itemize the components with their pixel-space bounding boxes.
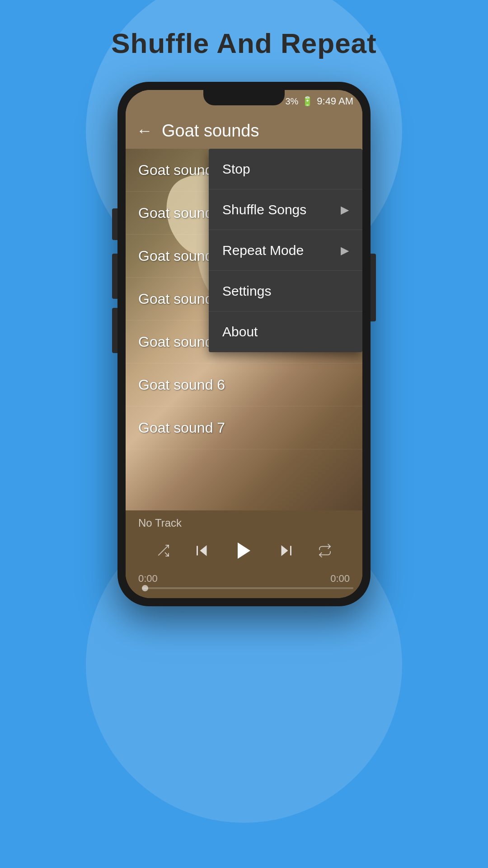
menu-item-shuffle-label: Shuffle Songs	[222, 202, 306, 217]
phone-frame: 3% 🔋 9:49 AM ← Goat sounds	[117, 82, 371, 606]
power-button[interactable]	[371, 254, 376, 321]
repeat-button[interactable]	[312, 538, 338, 563]
menu-item-stop-label: Stop	[222, 161, 250, 177]
menu-item-about[interactable]: About	[209, 311, 362, 352]
progress-bar[interactable]	[142, 587, 353, 589]
previous-button[interactable]	[189, 538, 215, 563]
app-bar-title: Goat sounds	[162, 121, 259, 141]
page-title: Shuffle And Repeat	[111, 27, 377, 59]
no-track-label: No Track	[135, 517, 353, 529]
menu-item-shuffle-arrow: ▶	[341, 203, 349, 216]
next-button[interactable]	[273, 538, 299, 563]
menu-item-repeat-label: Repeat Mode	[222, 243, 304, 258]
time-end: 0:00	[330, 573, 350, 585]
shuffle-button[interactable]	[150, 538, 176, 563]
time-start: 0:00	[138, 573, 158, 585]
context-menu: Stop Shuffle Songs ▶ Repeat Mode ▶ Setti…	[209, 149, 362, 352]
menu-item-repeat[interactable]: Repeat Mode ▶	[209, 230, 362, 271]
menu-item-settings-label: Settings	[222, 283, 271, 299]
time-row: 0:00 0:00	[135, 573, 353, 585]
context-menu-overlay: Stop Shuffle Songs ▶ Repeat Mode ▶ Setti…	[126, 149, 362, 510]
menu-item-repeat-arrow: ▶	[341, 244, 349, 257]
notch	[203, 90, 285, 105]
progress-dot	[142, 585, 148, 591]
volume-down-button[interactable]	[112, 254, 117, 299]
silent-button[interactable]	[112, 308, 117, 353]
battery-percent: 3%	[285, 96, 298, 107]
play-button[interactable]	[228, 535, 260, 566]
app-bar: ← Goat sounds	[126, 113, 362, 149]
svg-marker-2	[200, 545, 207, 556]
menu-item-stop[interactable]: Stop	[209, 149, 362, 189]
status-time: 9:49 AM	[317, 95, 353, 107]
svg-marker-5	[282, 545, 288, 556]
status-bar: 3% 🔋 9:49 AM	[126, 90, 362, 113]
player-controls	[135, 535, 353, 566]
menu-item-settings[interactable]: Settings	[209, 271, 362, 311]
menu-item-about-label: About	[222, 324, 258, 340]
svg-line-1	[165, 552, 169, 556]
back-button[interactable]: ←	[136, 121, 153, 140]
player-bar: No Track	[126, 510, 362, 598]
song-list-wrapper: Goat sound 1 Goat sound 2 Goat sound 3 G…	[126, 149, 362, 510]
svg-marker-4	[238, 542, 250, 559]
phone-screen: 3% 🔋 9:49 AM ← Goat sounds	[126, 90, 362, 598]
volume-up-button[interactable]	[112, 208, 117, 240]
status-icons: 3% 🔋 9:49 AM	[285, 95, 353, 107]
menu-item-shuffle[interactable]: Shuffle Songs ▶	[209, 189, 362, 230]
battery-icon: 🔋	[302, 96, 313, 107]
